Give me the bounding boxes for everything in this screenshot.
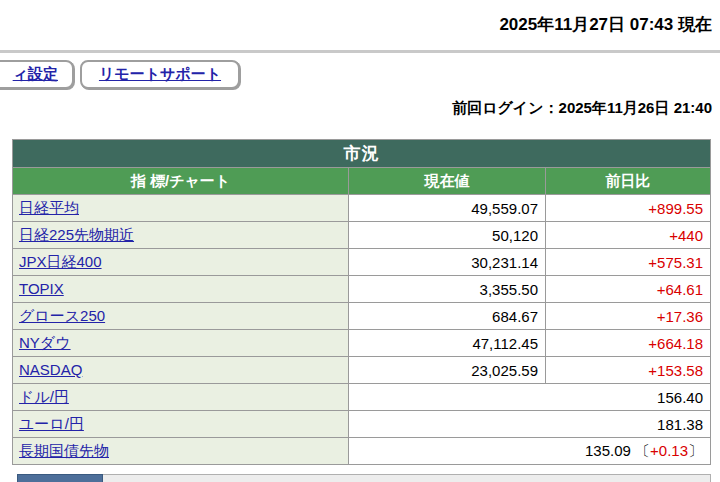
current-value: 156.40 xyxy=(657,389,703,406)
indicator-cell: JPX日経400 xyxy=(13,249,349,276)
current-value: 181.38 xyxy=(657,416,703,433)
security-settings-button[interactable]: ィ設定 xyxy=(0,60,74,89)
day-change: +0.13 xyxy=(650,442,688,459)
day-change-cell: +899.55 xyxy=(546,195,711,222)
current-value: 135.09 xyxy=(585,442,631,459)
day-change-cell: +664.18 xyxy=(546,330,711,357)
merged-value-cell: 181.38 xyxy=(349,411,711,438)
bracketed-change: 〔+0.13〕 xyxy=(631,442,703,459)
last-login-info: 前回ログイン：2025年11月26日 21:40 xyxy=(452,99,712,118)
table-row: 長期国債先物135.09 〔+0.13〕 xyxy=(13,438,711,465)
current-value-cell: 684.67 xyxy=(349,303,546,330)
table-row: ドル/円156.40 xyxy=(13,384,711,411)
indicator-link[interactable]: NYダウ xyxy=(19,334,71,351)
table-row: TOPIX3,355.50+64.61 xyxy=(13,276,711,303)
day-change-cell: +64.61 xyxy=(546,276,711,303)
table-row: グロース250684.67+17.36 xyxy=(13,303,711,330)
day-change-cell: +17.36 xyxy=(546,303,711,330)
indicator-cell: 日経平均 xyxy=(13,195,349,222)
current-value-cell: 30,231.14 xyxy=(349,249,546,276)
indicator-link[interactable]: 日経平均 xyxy=(19,199,79,216)
indicator-link[interactable]: ドル/円 xyxy=(19,388,69,405)
indicator-link[interactable]: TOPIX xyxy=(19,280,64,297)
day-change-cell: +440 xyxy=(546,222,711,249)
partial-bottom-bar xyxy=(103,474,711,482)
table-title-row: 市況 xyxy=(13,140,711,168)
merged-value-cell: 156.40 xyxy=(349,384,711,411)
indicator-cell: グロース250 xyxy=(13,303,349,330)
table-row: ユーロ/円181.38 xyxy=(13,411,711,438)
indicator-link[interactable]: 日経225先物期近 xyxy=(19,226,134,243)
column-header-day-change: 前日比 xyxy=(546,168,711,195)
table-row: NASDAQ23,025.59+153.58 xyxy=(13,357,711,384)
current-value-cell: 3,355.50 xyxy=(349,276,546,303)
current-datetime: 2025年11月27日 07:43 現在 xyxy=(499,13,712,36)
indicator-cell: ユーロ/円 xyxy=(13,411,349,438)
table-row: 日経平均49,559.07+899.55 xyxy=(13,195,711,222)
column-header-current-value: 現在値 xyxy=(349,168,546,195)
indicator-link[interactable]: NASDAQ xyxy=(19,361,82,378)
market-table-body: 日経平均49,559.07+899.55日経225先物期近50,120+440J… xyxy=(13,195,711,465)
table-row: 日経225先物期近50,120+440 xyxy=(13,222,711,249)
column-header-indicator: 指 標/チャート xyxy=(13,168,349,195)
day-change-cell: +575.31 xyxy=(546,249,711,276)
merged-value-cell: 135.09 〔+0.13〕 xyxy=(349,438,711,465)
partial-bottom-tab[interactable] xyxy=(17,474,103,482)
current-value-cell: 49,559.07 xyxy=(349,195,546,222)
indicator-cell: NASDAQ xyxy=(13,357,349,384)
indicator-link[interactable]: ユーロ/円 xyxy=(19,415,84,432)
indicator-cell: 日経225先物期近 xyxy=(13,222,349,249)
indicator-cell: 長期国債先物 xyxy=(13,438,349,465)
indicator-link[interactable]: 長期国債先物 xyxy=(19,442,109,459)
security-settings-button-label: ィ設定 xyxy=(13,65,58,84)
remote-support-button[interactable]: リモートサポート xyxy=(80,60,240,89)
current-value-cell: 47,112.45 xyxy=(349,330,546,357)
table-title: 市況 xyxy=(13,140,711,168)
remote-support-button-label: リモートサポート xyxy=(99,65,221,84)
indicator-cell: ドル/円 xyxy=(13,384,349,411)
table-row: JPX日経40030,231.14+575.31 xyxy=(13,249,711,276)
day-change-cell: +153.58 xyxy=(546,357,711,384)
horizontal-divider xyxy=(0,50,720,53)
indicator-link[interactable]: JPX日経400 xyxy=(19,253,102,270)
indicator-link[interactable]: グロース250 xyxy=(19,307,105,324)
table-header-row: 指 標/チャート 現在値 前日比 xyxy=(13,168,711,195)
current-value-cell: 23,025.59 xyxy=(349,357,546,384)
table-row: NYダウ47,112.45+664.18 xyxy=(13,330,711,357)
indicator-cell: TOPIX xyxy=(13,276,349,303)
current-value-cell: 50,120 xyxy=(349,222,546,249)
indicator-cell: NYダウ xyxy=(13,330,349,357)
market-summary-table: 市況 指 標/チャート 現在値 前日比 日経平均49,559.07+899.55… xyxy=(12,139,711,465)
